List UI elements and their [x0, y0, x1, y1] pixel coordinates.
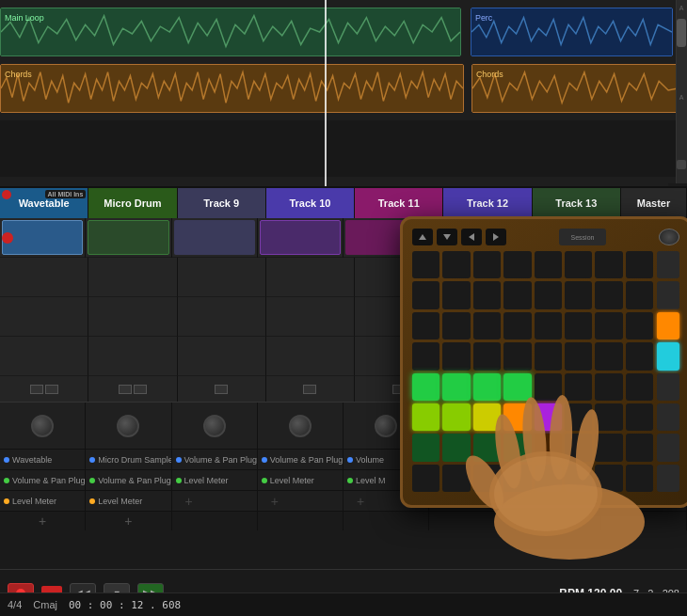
lp-pad-7-0[interactable] — [412, 465, 439, 492]
lp-right-btn-5[interactable] — [657, 403, 679, 431]
track-header-track12[interactable]: Track 12 — [443, 188, 532, 218]
lp-pad-6-7[interactable] — [626, 434, 653, 461]
lp-pad-6-1[interactable] — [442, 434, 470, 461]
track-header-track9[interactable]: Track 9 — [178, 188, 266, 218]
lp-pad-1-3[interactable] — [503, 281, 531, 308]
track-header-track10[interactable]: Track 10 — [266, 188, 355, 218]
plugin-track10-3[interactable]: + — [258, 491, 344, 511]
lp-right-btn-1[interactable] — [657, 281, 679, 308]
clip-slot[interactable] — [86, 218, 170, 258]
stop-btn[interactable] — [119, 385, 132, 394]
add-plugin-track13[interactable] — [516, 512, 601, 530]
launchpad-up-btn[interactable] — [412, 229, 433, 245]
plugin-track9-3[interactable]: + — [172, 491, 258, 511]
lp-pad-4-3[interactable] — [503, 373, 531, 401]
lp-pad-5-5[interactable] — [565, 403, 592, 431]
clip-slot[interactable] — [258, 218, 343, 258]
lp-pad-0-1[interactable] — [442, 251, 470, 278]
stop-btn[interactable] — [30, 385, 43, 394]
instrument-dial-microdrum[interactable] — [86, 403, 171, 449]
arrangement-scrollbar[interactable]: A A — [676, 0, 687, 188]
lp-pad-0-4[interactable] — [535, 251, 562, 278]
lp-pad-3-4[interactable] — [535, 342, 562, 370]
lp-pad-4-0[interactable] — [412, 373, 439, 401]
lp-pad-6-6[interactable] — [595, 434, 622, 461]
lp-pad-0-5[interactable] — [565, 251, 592, 278]
perc-clip[interactable]: Perc — [471, 8, 673, 56]
launchpad-left-btn[interactable] — [461, 229, 482, 245]
lp-pad-0-7[interactable] — [626, 251, 653, 278]
lp-pad-3-6[interactable] — [595, 342, 622, 370]
lp-pad-4-1[interactable] — [442, 373, 470, 401]
lp-right-btn-0[interactable] — [657, 251, 679, 278]
plugin-track10-2[interactable]: Level Meter — [258, 470, 344, 490]
lp-pad-7-7[interactable] — [626, 465, 653, 492]
stop-btn[interactable] — [303, 385, 316, 394]
lp-pad-5-1[interactable] — [442, 403, 470, 431]
lp-right-btn-6[interactable] — [657, 434, 679, 461]
lp-pad-3-5[interactable] — [565, 342, 592, 370]
plugin-track9-1[interactable]: Volume & Pan Plugin — [172, 450, 258, 469]
lp-pad-1-1[interactable] — [442, 281, 470, 308]
lp-pad-0-2[interactable] — [473, 251, 501, 278]
chords-clip-2[interactable]: Chords — [471, 64, 679, 113]
lp-pad-2-5[interactable] — [565, 312, 592, 340]
add-plugin-track9[interactable] — [172, 512, 258, 530]
lp-pad-5-4[interactable] — [535, 403, 562, 431]
plugin-micro-drum-2[interactable]: Volume & Pan Plugin — [86, 470, 171, 490]
clip-slot[interactable] — [172, 218, 257, 258]
lp-pad-1-0[interactable] — [412, 281, 439, 308]
launchpad-right-btn[interactable] — [486, 229, 506, 245]
instrument-dial-track9[interactable] — [172, 403, 258, 449]
track-header-track11[interactable]: Track 11 — [355, 188, 443, 218]
lp-pad-6-4[interactable] — [535, 434, 562, 461]
lp-pad-4-4[interactable] — [535, 373, 562, 401]
instrument-dial-track10[interactable] — [258, 403, 344, 449]
track-header-track13[interactable]: Track 13 — [533, 188, 621, 218]
lp-pad-7-5[interactable] — [565, 465, 592, 492]
track-header-master[interactable]: Master — [621, 188, 687, 218]
lp-pad-6-5[interactable] — [565, 434, 592, 461]
lp-pad-3-0[interactable] — [412, 342, 439, 370]
lp-pad-1-2[interactable] — [473, 281, 501, 308]
clip-slot[interactable] — [0, 218, 85, 258]
add-plugin-track11[interactable] — [344, 512, 429, 530]
scroll-thumb[interactable] — [677, 19, 686, 47]
lp-pad-7-6[interactable] — [595, 465, 622, 492]
lp-pad-1-6[interactable] — [595, 281, 622, 308]
stop-btn[interactable] — [215, 385, 228, 394]
lp-pad-3-1[interactable] — [442, 342, 470, 370]
lp-pad-7-2[interactable] — [473, 465, 501, 492]
lp-pad-0-3[interactable] — [503, 251, 531, 278]
lp-pad-7-4[interactable] — [535, 465, 562, 492]
lp-pad-5-3[interactable] — [503, 403, 531, 431]
lp-pad-1-4[interactable] — [535, 281, 562, 308]
plugin-track9-2[interactable]: Level Meter — [172, 470, 258, 490]
lp-pad-5-6[interactable] — [595, 403, 622, 431]
track-header-wavetable[interactable]: Wavetable All MIDI Ins — [0, 188, 88, 218]
lp-pad-2-4[interactable] — [535, 312, 562, 340]
lp-pad-6-0[interactable] — [412, 434, 439, 461]
plugin-wavetable-2[interactable]: Volume & Pan Plugin — [0, 470, 86, 490]
plugin-wavetable[interactable]: Wavetable — [0, 450, 86, 469]
lp-right-btn-3[interactable] — [657, 342, 679, 370]
lp-pad-4-6[interactable] — [595, 373, 622, 401]
add-plugin-track12[interactable] — [429, 512, 515, 530]
plugin-wavetable-3[interactable]: Level Meter — [0, 491, 86, 511]
launchpad-down-btn[interactable] — [437, 229, 457, 245]
lp-right-btn-4[interactable] — [657, 373, 679, 401]
add-plugin-track10[interactable] — [258, 512, 344, 530]
lp-pad-2-3[interactable] — [503, 312, 531, 340]
launchpad-session-btn[interactable]: Session — [559, 229, 606, 245]
stop-btn[interactable] — [45, 385, 58, 394]
track-header-micro-drum[interactable]: Micro Drum — [88, 188, 177, 218]
lp-pad-2-1[interactable] — [442, 312, 470, 340]
add-plugin-microdrum[interactable]: + — [86, 512, 171, 530]
lp-pad-2-6[interactable] — [595, 312, 622, 340]
plugin-micro-drum-3[interactable]: Level Meter — [86, 491, 171, 511]
lp-pad-5-7[interactable] — [626, 403, 653, 431]
stop-btn[interactable] — [134, 385, 147, 394]
lp-pad-4-5[interactable] — [565, 373, 592, 401]
lp-pad-7-3[interactable] — [503, 465, 531, 492]
lp-pad-2-7[interactable] — [626, 312, 653, 340]
